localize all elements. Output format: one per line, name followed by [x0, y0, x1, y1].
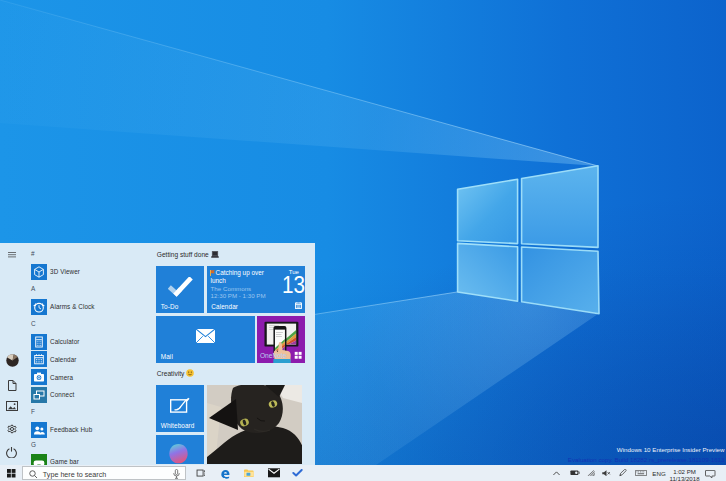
svg-text:OneNote: OneNote	[260, 352, 287, 359]
